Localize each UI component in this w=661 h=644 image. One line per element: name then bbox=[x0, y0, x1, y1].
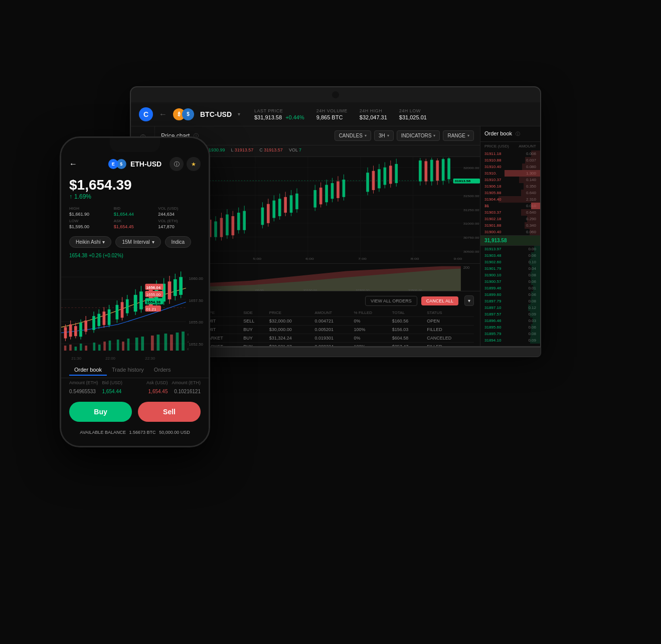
ob-bid-row: 31897.570.09 bbox=[480, 311, 540, 317]
order-book-info-icon[interactable]: ⓘ bbox=[516, 131, 520, 136]
phone-chart-type-button[interactable]: Heikin Ashi ▾ bbox=[69, 236, 111, 248]
svg-rect-174 bbox=[69, 345, 72, 351]
svg-text:00:00: 00:00 bbox=[255, 289, 264, 291]
col-price: PRICE bbox=[267, 309, 313, 317]
pair-dropdown-arrow[interactable]: ▾ bbox=[238, 111, 240, 117]
phone-ob-headers: Amount (ETH) Bid (USD) Ask (USD) Amount … bbox=[61, 378, 209, 387]
phone-market-stats: HIGH $1,661.90 BID $1,654.44 VOL (USD) 2… bbox=[61, 202, 209, 233]
svg-rect-188 bbox=[157, 335, 160, 351]
col-amount: AMOUNT bbox=[313, 309, 352, 317]
phone-sell-button[interactable]: Sell bbox=[138, 402, 201, 422]
svg-text:32000.00: 32000.00 bbox=[463, 167, 479, 170]
svg-rect-176 bbox=[80, 344, 82, 351]
ob-amount-col-header: AMOUNT bbox=[512, 144, 537, 148]
ob-ask-row: 31902.180.290 bbox=[480, 216, 540, 222]
phone-back-button[interactable]: ← bbox=[69, 159, 77, 169]
phone-ob-bid-price: 1,654.44 bbox=[102, 389, 135, 394]
range-button[interactable]: RANGE ▾ bbox=[443, 130, 474, 141]
interval-button[interactable]: 3H ▾ bbox=[374, 130, 394, 141]
phone-low-stat: LOW $1,595.00 bbox=[69, 219, 112, 229]
phone-ob-ask-price: 1,654.45 bbox=[135, 389, 168, 394]
last-price-value: $31,913.58 +0.44% bbox=[254, 114, 304, 120]
ob-bid-row: 31903.480.06 bbox=[480, 252, 540, 259]
candles-arrow: ▾ bbox=[365, 133, 367, 138]
phone-ob-right-amount: 0.10216121 bbox=[168, 389, 201, 394]
phone-tab-order-book[interactable]: Order book bbox=[69, 365, 107, 376]
chart-controls: CANDLES ▾ 3H ▾ INDICATORS ▾ bbox=[335, 130, 474, 141]
ob-bid-row: 31899.460.01 bbox=[480, 285, 540, 291]
phone-buy-button[interactable]: Buy bbox=[69, 402, 132, 422]
svg-rect-178 bbox=[93, 343, 96, 351]
phone-indicators-button[interactable]: Indica bbox=[165, 236, 192, 248]
phone-balance: AVAILABLE BALANCE 1.56673 BTC 50,000.00 … bbox=[61, 428, 209, 439]
col-filled: % FILLED bbox=[352, 309, 390, 317]
ob-bid-row: 31895.790.08 bbox=[480, 331, 540, 337]
svg-text:01.21: 01.21 bbox=[146, 307, 156, 311]
svg-text:31000.00: 31000.00 bbox=[463, 222, 479, 225]
phone-info-button[interactable]: ⓘ bbox=[170, 157, 184, 171]
phone-pair-info: E $ ETH-USD bbox=[108, 159, 161, 169]
order-book-bids: 31913.970.00 31903.480.06 31902.600.10 3… bbox=[480, 246, 540, 344]
col-total: TOTAL bbox=[390, 309, 425, 317]
svg-text:1656.04: 1656.04 bbox=[146, 285, 161, 290]
order-book-title: Order book ⓘ bbox=[480, 126, 540, 142]
ob-col-headers: PRICE (USD) AMOUNT bbox=[480, 142, 540, 150]
ob-ask-row: 31903.370.640 bbox=[480, 209, 540, 216]
ob-ask-row: 31906.180.350 bbox=[480, 183, 540, 190]
range-arrow: ▾ bbox=[467, 133, 469, 138]
svg-text:32500.00: 32500.00 bbox=[408, 289, 422, 291]
phone-body: ← E $ ETH-USD ⓘ ★ $1,654.39 bbox=[60, 136, 210, 447]
ob-ask-row: 31904.402.310 bbox=[480, 196, 540, 203]
phone-ask-label: ASK bbox=[114, 219, 156, 223]
col-side: SIDE bbox=[241, 309, 267, 317]
phone-notch bbox=[110, 138, 160, 152]
interval-arrow: ▾ bbox=[152, 239, 154, 245]
phone-favorite-button[interactable]: ★ bbox=[187, 157, 201, 171]
ob-current-price: 31,913.58 bbox=[480, 235, 540, 246]
phone-chart-info: 1654.38 +0.26 (+0.02%) bbox=[61, 251, 209, 260]
svg-text:6:00: 6:00 bbox=[305, 257, 314, 260]
phone-bid-value: $1,654.44 bbox=[114, 212, 156, 217]
svg-text:0.00: 0.00 bbox=[188, 347, 189, 350]
svg-text:31250.00: 31250.00 bbox=[463, 209, 479, 212]
cancel-all-dropdown[interactable]: ▾ bbox=[464, 295, 474, 306]
laptop-camera bbox=[332, 91, 339, 98]
high-value: $32,047.31 bbox=[360, 114, 387, 120]
phone-high-stat: HIGH $1,661.90 bbox=[69, 206, 112, 217]
phone-tab-orders[interactable]: Orders bbox=[149, 365, 176, 376]
phone-tab-trade-history[interactable]: Trade history bbox=[107, 365, 149, 376]
cancel-all-button[interactable]: CANCEL ALL bbox=[421, 296, 458, 305]
phone-chart-area[interactable]: 1660.00 1657.50 1655.00 1652.50 1656.04 … bbox=[61, 260, 209, 361]
ohlc-low: L 31913.57 bbox=[231, 147, 254, 154]
svg-rect-180 bbox=[103, 342, 106, 351]
phone-vol-eth-stat: VOL (ETH) 147,870 bbox=[158, 219, 201, 229]
svg-rect-192 bbox=[182, 332, 185, 351]
ob-ask-row: 31905.880.640 bbox=[480, 190, 540, 196]
ob-bid-row: 31894.100.09 bbox=[480, 337, 540, 344]
view-all-orders-button[interactable]: VIEW ALL ORDERS bbox=[365, 296, 417, 306]
candles-button[interactable]: CANDLES ▾ bbox=[335, 130, 371, 141]
phone-buy-sell-section: Buy Sell bbox=[61, 396, 209, 428]
phone-ask-stat: ASK $1,654.45 bbox=[114, 219, 156, 229]
ob-bid-row: 31900.570.06 bbox=[480, 278, 540, 285]
svg-text:1654.38: 1654.38 bbox=[146, 300, 161, 304]
phone-volume-svg: 8.00 4.00 0.00 bbox=[61, 331, 189, 351]
svg-text:1655.00: 1655.00 bbox=[189, 320, 203, 325]
phone-ob-col-amount-eth-left: Amount (ETH) bbox=[69, 380, 102, 385]
trading-pair[interactable]: BTC-USD bbox=[200, 110, 232, 118]
ohlc-close: C 31913.57 bbox=[259, 147, 283, 154]
phone-eth-icon: E bbox=[108, 159, 118, 169]
ob-bid-row: 31901.790.04 bbox=[480, 265, 540, 272]
svg-text:31913.58: 31913.58 bbox=[454, 180, 470, 183]
svg-rect-190 bbox=[170, 335, 173, 351]
phone-price-change: ↑ 1.69% bbox=[69, 193, 201, 200]
indicators-button[interactable]: INDICATORS ▾ bbox=[397, 130, 440, 141]
indicators-arrow: ▾ bbox=[433, 133, 435, 138]
back-icon[interactable]: ← bbox=[159, 110, 167, 119]
svg-rect-177 bbox=[85, 346, 87, 351]
price-change: +0.44% bbox=[285, 114, 304, 120]
ob-bid-row: 31896.460.03 bbox=[480, 317, 540, 324]
svg-text:7:00: 7:00 bbox=[358, 257, 367, 260]
svg-text:1657.50: 1657.50 bbox=[189, 298, 203, 303]
phone-interval-button[interactable]: 15M Interval ▾ bbox=[115, 236, 160, 248]
